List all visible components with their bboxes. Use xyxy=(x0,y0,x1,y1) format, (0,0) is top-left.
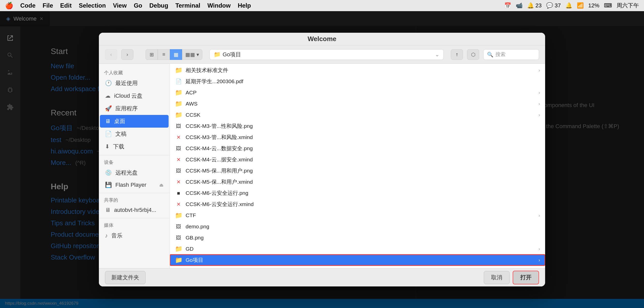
sidebar-desktop[interactable]: 🖥 桌面 xyxy=(100,115,169,128)
dialog-title-bar: Welcome xyxy=(99,33,545,45)
shared-section-title: 共享的 xyxy=(99,195,170,204)
search-box[interactable]: 🔍 搜索 xyxy=(483,49,539,60)
file-row[interactable]: 🖼 demo.png xyxy=(170,221,545,232)
file-row[interactable]: 📄 延期开学生...200306.pdf xyxy=(170,76,545,87)
sidebar-recent[interactable]: 🕐 最近使用 xyxy=(100,77,169,90)
tag-icon: ⬡ xyxy=(471,52,475,58)
file-row[interactable]: ✕ CCSK-M5-保...和用户.xmind xyxy=(170,176,545,187)
facetime-icon: 📹 xyxy=(516,2,523,9)
breadcrumb-folder-name: Go项目 xyxy=(223,51,241,58)
back-icon: ‹ xyxy=(110,52,112,57)
file-row[interactable]: ✕ CCSK-M4-云...据安全.xmind xyxy=(170,154,545,165)
sidebar-music[interactable]: ♪ 音乐 xyxy=(100,229,169,242)
file-name-go: Go项目 xyxy=(186,256,535,264)
file-row[interactable]: 📁 相关技术标准文件 › xyxy=(170,65,545,76)
tag-button[interactable]: ⬡ xyxy=(467,49,479,60)
menu-help[interactable]: Help xyxy=(238,2,251,9)
dialog-sidebar: 个人收藏 🕐 最近使用 ☁ iCloud 云盘 🚀 应用程序 🖥 桌面 xyxy=(99,64,170,268)
share-icon: ↑ xyxy=(456,52,458,57)
file-row-go-project[interactable]: 📁 Go项目 › xyxy=(170,254,545,266)
file-name: 相关技术标准文件 xyxy=(186,67,535,74)
xmind-icon: ✕ xyxy=(175,179,182,185)
cancel-button[interactable]: 取消 xyxy=(484,271,510,284)
file-row[interactable]: 📁 ACP › xyxy=(170,87,545,98)
file-name: CCSK-M6-云安全运行.png xyxy=(186,190,540,197)
disk-icon: 💿 xyxy=(105,169,112,176)
menu-edit[interactable]: Edit xyxy=(60,2,71,9)
notification-bell: 🔔 xyxy=(565,2,572,9)
personal-section-title: 个人收藏 xyxy=(99,68,170,77)
eject-icon[interactable]: ⏏ xyxy=(159,182,164,188)
folder-icon: 📁 xyxy=(175,212,182,219)
sidebar-autobvt-label: autobvt-hr5rbj4... xyxy=(114,207,156,213)
breadcrumb-folder-icon: 📁 xyxy=(214,51,221,58)
file-row[interactable]: ■ CCSK-M6-云安全运行.png xyxy=(170,187,545,199)
folder-icon: 📁 xyxy=(175,89,182,96)
file-row[interactable]: ✕ CCSK-M6-云安全运行.xmind xyxy=(170,199,545,210)
png-icon: 🖼 xyxy=(175,235,182,241)
file-dialog: Welcome ‹ › ⊞ ≡ ▦ ▦▦ ▾ 📁 Go项目 ⌄ ↑ xyxy=(99,33,545,286)
datetime: 周六下午 xyxy=(617,2,639,9)
file-row[interactable]: 🖼 CCSK-M4-云...数据安全.png xyxy=(170,143,545,154)
row-arrow: › xyxy=(539,213,540,218)
sidebar-flash-player[interactable]: 💾 Flash Player ⏏ xyxy=(100,179,169,191)
menu-file[interactable]: File xyxy=(43,2,53,9)
menu-go[interactable]: Go xyxy=(134,2,142,9)
file-row[interactable]: 📁 GD › xyxy=(170,243,545,254)
file-name: GD xyxy=(186,246,535,252)
sidebar-icloud-label: iCloud 云盘 xyxy=(114,92,142,100)
share-button[interactable]: ↑ xyxy=(451,49,463,60)
file-row[interactable]: ✕ CCSK-M3-管...和风险.xmind xyxy=(170,132,545,143)
list-view-btn[interactable]: ≡ xyxy=(158,49,170,60)
dialog-toolbar: ‹ › ⊞ ≡ ▦ ▦▦ ▾ 📁 Go项目 ⌄ ↑ ⬡ xyxy=(99,45,545,64)
row-arrow: › xyxy=(539,90,540,95)
file-row[interactable]: 📁 AWS › xyxy=(170,98,545,109)
more-view-btn[interactable]: ▦▦ ▾ xyxy=(182,49,202,60)
menu-view[interactable]: View xyxy=(113,2,127,9)
search-placeholder: 搜索 xyxy=(495,51,506,58)
app-menu-code[interactable]: Code xyxy=(20,2,35,9)
icon-view-btn[interactable]: ⊞ xyxy=(146,49,158,60)
sidebar-autobvt[interactable]: 🖥 autobvt-hr5rbj4... xyxy=(100,204,169,216)
menu-window[interactable]: Window xyxy=(207,2,231,9)
view-toggle: ⊞ ≡ ▦ ▦▦ ▾ xyxy=(146,49,202,60)
sidebar-downloads[interactable]: ⬇ 下载 xyxy=(100,140,169,153)
search-icon: 🔍 xyxy=(487,52,493,58)
grid-view-btn[interactable]: ▦ xyxy=(170,49,182,60)
dialog-title: Welcome xyxy=(308,35,336,43)
back-button[interactable]: ‹ xyxy=(105,49,117,60)
sidebar-remote-disk[interactable]: 💿 远程光盘 xyxy=(100,166,169,179)
menu-debug[interactable]: Debug xyxy=(149,2,168,9)
battery-status: 12% xyxy=(588,2,599,9)
folder-breadcrumb[interactable]: 📁 Go项目 ⌄ xyxy=(209,49,444,60)
new-folder-button[interactable]: 新建文件夹 xyxy=(105,271,146,284)
sidebar-icloud[interactable]: ☁ iCloud 云盘 xyxy=(100,90,169,102)
file-row[interactable]: 📄 sqlmap.png!small xyxy=(170,266,545,268)
file-row[interactable]: 🖼 CCSK-M5-保...用和用户.png xyxy=(170,165,545,176)
file-row[interactable]: 📁 CTF › xyxy=(170,210,545,221)
xmind-icon: ✕ xyxy=(175,157,182,163)
menubar: 🍎 Code File Edit Selection View Go Debug… xyxy=(0,0,644,11)
open-button[interactable]: 打开 xyxy=(513,271,539,284)
file-row[interactable]: 📁 CCSK › xyxy=(170,109,545,121)
sidebar-apps[interactable]: 🚀 应用程序 xyxy=(100,102,169,115)
apple-icon[interactable]: 🍎 xyxy=(5,2,13,10)
sidebar-recent-label: 最近使用 xyxy=(115,79,138,87)
file-name: CTF xyxy=(186,212,535,218)
file-row[interactable]: 🖼 GB.png xyxy=(170,232,545,243)
dialog-filelist: 📁 相关技术标准文件 › 📄 延期开学生...200306.pdf 📁 ACP … xyxy=(170,64,545,268)
file-name: CCSK xyxy=(186,112,535,118)
devices-section-title: 设备 xyxy=(99,157,170,166)
music-icon: ♪ xyxy=(105,232,108,239)
menu-terminal[interactable]: Terminal xyxy=(175,2,200,9)
downloads-icon: ⬇ xyxy=(105,143,110,150)
menu-selection[interactable]: Selection xyxy=(79,2,106,9)
png-icon: 🖼 xyxy=(175,224,182,230)
file-row[interactable]: 🖼 CCSK-M3-管...性和风险.png xyxy=(170,121,545,132)
png-icon: 🖼 xyxy=(175,123,182,129)
forward-button[interactable]: › xyxy=(121,49,133,60)
file-name: CCSK-M5-保...和用户.xmind xyxy=(186,178,540,185)
file-name: CCSK-M5-保...用和用户.png xyxy=(186,167,540,174)
sidebar-docs[interactable]: 📄 文稿 xyxy=(100,128,169,140)
file-name: GB.png xyxy=(186,235,540,241)
